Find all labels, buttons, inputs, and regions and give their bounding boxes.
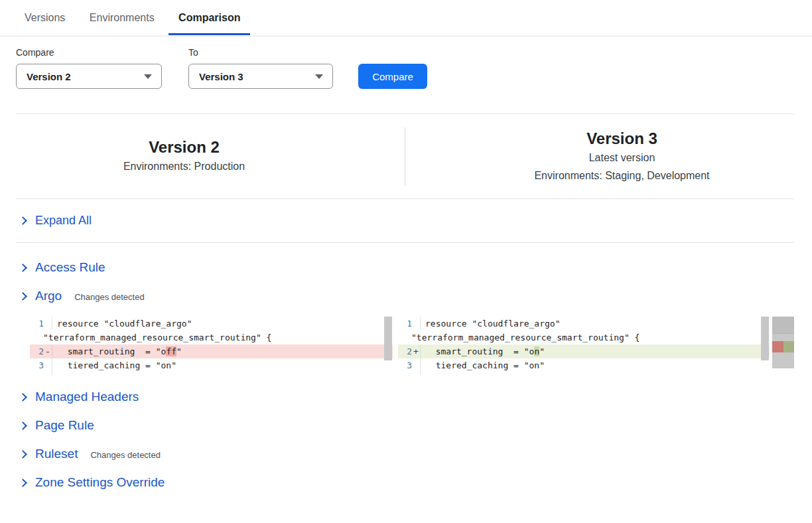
tab-versions[interactable]: Versions bbox=[15, 9, 75, 35]
changes-detected-badge: Changes detected bbox=[74, 290, 145, 302]
chevron-right-icon bbox=[19, 292, 27, 301]
diff-minimap[interactable] bbox=[772, 317, 794, 368]
left-version-header: Version 2 Environments: Production bbox=[0, 137, 405, 175]
diff-line-wrap: "terraform_managed_resource_smart_routin… bbox=[398, 331, 770, 344]
compare-to-select[interactable]: Version 3 bbox=[188, 64, 333, 89]
diff-pane-left[interactable]: 1 resource "cloudflare_argo" "terraform_… bbox=[30, 317, 393, 375]
tab-bar: Versions Environments Comparison bbox=[0, 0, 812, 37]
scrollbar-vertical[interactable] bbox=[760, 317, 770, 375]
compare-from-value: Version 2 bbox=[27, 71, 71, 82]
diff-line-removed: 2- smart_routing = "off" bbox=[30, 344, 393, 358]
diff-line: 3 tiered_caching = "on" bbox=[30, 358, 393, 372]
chevron-right-icon bbox=[19, 421, 27, 430]
section-label: Managed Headers bbox=[35, 390, 139, 404]
scrollbar-thumb[interactable] bbox=[384, 317, 392, 360]
removed-word-highlight: ff bbox=[166, 346, 176, 356]
compare-to-label: To bbox=[188, 47, 333, 58]
section-label: Zone Settings Override bbox=[35, 475, 165, 490]
right-version-environments: Environments: Staging, Development bbox=[445, 167, 799, 185]
compare-from-label: Compare bbox=[16, 47, 162, 58]
right-version-title: Version 3 bbox=[445, 129, 799, 149]
section-label: Page Rule bbox=[35, 418, 94, 433]
section-label: Access Rule bbox=[35, 260, 105, 275]
left-version-title: Version 2 bbox=[0, 137, 368, 157]
right-version-header: Version 3 Latest version Environments: S… bbox=[405, 129, 812, 185]
caret-down-icon bbox=[315, 74, 323, 79]
expand-all-label: Expand All bbox=[35, 214, 92, 228]
minimap-viewport bbox=[772, 317, 794, 334]
diff-line: 1 resource "cloudflare_argo" bbox=[398, 317, 770, 331]
compare-controls: Compare Version 2 To Version 3 Compare bbox=[0, 37, 812, 89]
compare-button[interactable]: Compare bbox=[358, 64, 427, 89]
minimap-added-marker bbox=[783, 341, 794, 352]
diff-line: 4 } bbox=[398, 372, 770, 375]
section-list: Access Rule Argo Changes detected 1 reso… bbox=[0, 243, 812, 496]
left-version-environments: Environments: Production bbox=[0, 157, 368, 175]
tab-comparison[interactable]: Comparison bbox=[169, 9, 250, 35]
section-zone-settings-override[interactable]: Zone Settings Override bbox=[0, 469, 812, 496]
chevron-right-icon bbox=[19, 450, 27, 459]
diff-line-wrap: "terraform_managed_resource_smart_routin… bbox=[30, 331, 393, 344]
minimap-removed-marker bbox=[772, 341, 783, 352]
compare-to-value: Version 3 bbox=[199, 71, 243, 82]
section-argo[interactable]: Argo Changes detected bbox=[0, 282, 812, 310]
tab-environments[interactable]: Environments bbox=[80, 9, 165, 35]
chevron-right-icon bbox=[19, 393, 27, 402]
chevron-right-icon bbox=[19, 216, 27, 225]
comparison-headers: Version 2 Environments: Production Versi… bbox=[0, 114, 812, 198]
scrollbar-thumb[interactable] bbox=[761, 317, 769, 360]
section-managed-headers[interactable]: Managed Headers bbox=[0, 383, 812, 411]
diff-line: 1 resource "cloudflare_argo" bbox=[30, 317, 393, 331]
diff-pane-right[interactable]: 1 resource "cloudflare_argo" "terraform_… bbox=[398, 317, 770, 375]
section-page-rule[interactable]: Page Rule bbox=[0, 411, 812, 439]
argo-diff-viewer: 1 resource "cloudflare_argo" "terraform_… bbox=[30, 317, 812, 375]
diff-line: 4 } bbox=[30, 372, 393, 375]
chevron-right-icon bbox=[19, 263, 27, 272]
changes-detected-badge: Changes detected bbox=[90, 448, 161, 460]
section-access-rule[interactable]: Access Rule bbox=[0, 254, 812, 281]
diff-line-added: 2+ smart_routing = "on" bbox=[398, 344, 770, 358]
compare-to-group: To Version 3 bbox=[188, 47, 333, 89]
expand-all-button[interactable]: Expand All bbox=[0, 199, 812, 242]
section-label: Argo bbox=[35, 289, 62, 303]
section-ruleset[interactable]: Ruleset Changes detected bbox=[0, 440, 812, 468]
diff-line: 3 tiered_caching = "on" bbox=[398, 358, 770, 372]
caret-down-icon bbox=[144, 74, 152, 79]
right-version-subtitle: Latest version bbox=[445, 149, 799, 167]
section-label: Ruleset bbox=[35, 447, 78, 461]
scrollbar-vertical[interactable] bbox=[383, 317, 393, 375]
compare-from-group: Compare Version 2 bbox=[16, 47, 162, 89]
chevron-right-icon bbox=[19, 479, 27, 487]
compare-from-select[interactable]: Version 2 bbox=[16, 64, 162, 89]
